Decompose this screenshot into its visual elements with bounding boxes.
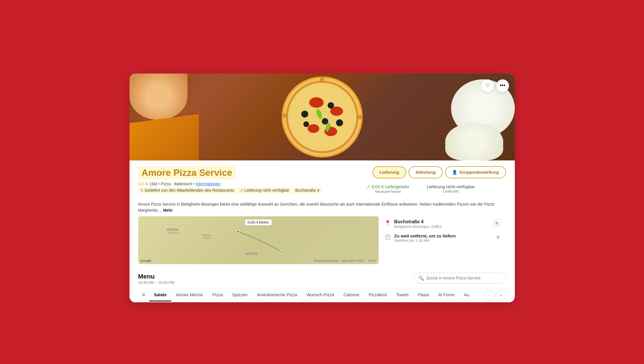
svg-point-11 bbox=[303, 121, 309, 127]
delivery-time-value: Lieferung nicht verfügbar bbox=[427, 184, 475, 189]
availability-icon: ↺ bbox=[240, 188, 243, 193]
heart-icon: ♡ bbox=[485, 83, 490, 89]
app-container: ♡ ••• Amore Pizza Service 4.0 ★ (34) • bbox=[6, 6, 638, 364]
burger-decoration bbox=[129, 74, 187, 120]
review-count: (34) bbox=[150, 182, 157, 186]
chevron-right-icon: → bbox=[499, 292, 503, 298]
main-content: Amore Pizza Service 4.0 ★ (34) • Pizza ·… bbox=[129, 160, 515, 213]
menu-title-block: Menu 10:30 AM – 10:00 PM bbox=[138, 273, 174, 285]
tab-amerikanische-pizza[interactable]: Amerikanische Pizza bbox=[252, 289, 302, 301]
delivery-time-label: Lieferzeit bbox=[427, 189, 475, 193]
tab-al-forno[interactable]: Al Forno bbox=[434, 289, 459, 301]
delivery-icon: ↻ bbox=[141, 188, 144, 193]
distance-note: Zu weit entfernt, um zu liefern bbox=[394, 233, 492, 238]
restaurant-name: Amore Pizza Service bbox=[138, 166, 236, 179]
address-content: Buchstraße 4 Bietigheim-Bissingen, EMEA bbox=[394, 219, 490, 229]
map-background: 6180.4 Meilen NORTH AMERICA Atlantic Oce… bbox=[138, 216, 379, 264]
tab-wunsch-pizza[interactable]: Wunsch-Pizza bbox=[302, 289, 339, 301]
availability-line: ↺ Lieferung nicht verfügbar bbox=[238, 187, 292, 193]
category-tabs: ≡ Salate Amore Menüs Pizza Spizzen Ameri… bbox=[138, 288, 506, 302]
description-text: Amore Pizza Service in Bietigheim-Bissin… bbox=[138, 202, 495, 213]
meta-rating-line: 4.0 ★ (34) • Pizza · Italienisch • Infor… bbox=[138, 182, 361, 186]
svg-point-9 bbox=[322, 118, 328, 125]
search-input[interactable] bbox=[426, 276, 501, 280]
menu-search-box[interactable]: 🔍 bbox=[413, 273, 506, 283]
separator: • bbox=[158, 182, 160, 186]
group-icon: 👤 bbox=[452, 170, 457, 175]
delivery-options-panel: Lieferung Abholung 👤 Gruppenbestellung ✓… bbox=[361, 166, 506, 198]
svg-point-15 bbox=[282, 113, 287, 118]
tab-list-icon[interactable]: ≡ bbox=[138, 288, 149, 301]
info-link[interactable]: Informationen bbox=[196, 182, 221, 186]
restaurant-description: Amore Pizza Service in Bietigheim-Bissin… bbox=[138, 201, 506, 213]
tab-spizzen[interactable]: Spizzen bbox=[227, 289, 252, 301]
delivery-note-text: Geliefert von den Mitarbeitenden des Res… bbox=[145, 188, 234, 193]
svg-point-10 bbox=[336, 119, 343, 126]
hero-actions: ♡ ••• bbox=[481, 79, 509, 92]
fries-decoration bbox=[129, 114, 199, 160]
tab-toasts[interactable]: Toasts bbox=[391, 289, 413, 301]
svg-point-4 bbox=[309, 97, 324, 108]
svg-point-6 bbox=[308, 124, 319, 133]
mehr-button[interactable]: Mehr bbox=[163, 208, 173, 213]
map-data-label: Keyboard shortcuts Map Data ©2024 bbox=[314, 259, 364, 262]
tab-navigation-buttons: ← → bbox=[484, 288, 506, 302]
expand-hours-button[interactable]: ∨ bbox=[496, 233, 500, 240]
cuisine-type: Pizza · Italienisch bbox=[161, 182, 192, 186]
tab-next-button[interactable]: → bbox=[496, 290, 506, 300]
menu-section: Menu 10:30 AM – 10:00 PM 🔍 ≡ Salate Amor… bbox=[129, 270, 515, 302]
star-icon: ★ bbox=[145, 182, 149, 186]
address-location-row: 📍 Buchstraße 4 Bietigheim-Bissingen, EME… bbox=[384, 219, 500, 229]
map-address-section: 6180.4 Meilen NORTH AMERICA Atlantic Oce… bbox=[129, 216, 515, 264]
lieferung-button[interactable]: Lieferung bbox=[373, 166, 406, 178]
location-pin-icon: 📍 bbox=[384, 220, 391, 226]
gruppenbestellung-button[interactable]: 👤 Gruppenbestellung bbox=[445, 166, 506, 178]
delivery-fee-item: ✓ 0,00 € Liefergebühr Neukund*innen bbox=[367, 184, 409, 194]
tab-calzone[interactable]: Calzone bbox=[339, 289, 364, 301]
menu-title: Menu bbox=[138, 273, 174, 280]
more-options-button[interactable]: ••• bbox=[496, 79, 509, 92]
rating-value: 4.0 bbox=[138, 182, 144, 186]
abholung-button[interactable]: Abholung bbox=[408, 166, 443, 178]
pizza-decoration bbox=[261, 74, 383, 160]
address-panel: 📍 Buchstraße 4 Bietigheim-Bissingen, EME… bbox=[379, 216, 506, 264]
address-hours-row: 🕐 Zu weit entfernt, um zu liefern Geöffn… bbox=[384, 233, 500, 243]
tab-au[interactable]: Au bbox=[459, 289, 474, 301]
copy-icon: ⧉ bbox=[495, 221, 498, 225]
svg-point-3 bbox=[288, 83, 356, 151]
clock-icon: 🕐 bbox=[384, 234, 391, 240]
restaurant-card: ♡ ••• Amore Pizza Service 4.0 ★ (34) • bbox=[129, 74, 515, 302]
chevron-left-icon: ← bbox=[487, 292, 492, 298]
menu-header: Menu 10:30 AM – 10:00 PM 🔍 bbox=[138, 273, 506, 285]
tab-pasta[interactable]: Pasta bbox=[413, 289, 433, 301]
svg-point-8 bbox=[301, 111, 308, 118]
map-container[interactable]: 6180.4 Meilen NORTH AMERICA Atlantic Oce… bbox=[138, 216, 379, 264]
opening-hours: Geöffnet bis 1:30 AM bbox=[394, 238, 492, 243]
copy-address-button[interactable]: ⧉ bbox=[493, 219, 500, 227]
restaurant-info: Amore Pizza Service 4.0 ★ (34) • Pizza ·… bbox=[138, 166, 361, 194]
hero-image: ♡ ••• bbox=[129, 74, 515, 160]
delivery-options-buttons: Lieferung Abholung 👤 Gruppenbestellung bbox=[373, 166, 506, 178]
address-inline-line: Buchstraße 4 bbox=[293, 187, 322, 193]
more-icon: ••• bbox=[500, 83, 505, 89]
delivery-fee-label: Neukund*innen bbox=[367, 189, 409, 194]
tab-amore-menus[interactable]: Amore Menüs bbox=[171, 289, 207, 301]
search-icon: 🔍 bbox=[418, 275, 424, 281]
svg-point-17 bbox=[320, 77, 324, 82]
tab-prev-button[interactable]: ← bbox=[484, 290, 495, 300]
availability-text: Lieferung nicht verfügbar bbox=[245, 188, 289, 193]
favorite-button[interactable]: ♡ bbox=[481, 79, 494, 92]
delivery-time-item: Lieferung nicht verfügbar Lieferzeit bbox=[427, 184, 475, 194]
menu-hours: 10:30 AM – 10:00 PM bbox=[138, 280, 174, 285]
delivery-info-bar: ✓ 0,00 € Liefergebühr Neukund*innen Lief… bbox=[361, 184, 506, 194]
address-city: Bietigheim-Bissingen, EMEA bbox=[394, 224, 490, 229]
svg-point-16 bbox=[357, 115, 362, 119]
svg-point-12 bbox=[328, 102, 334, 109]
tab-salate[interactable]: Salate bbox=[149, 289, 171, 301]
tab-pizza[interactable]: Pizza bbox=[208, 289, 228, 301]
separator2: • bbox=[193, 182, 195, 186]
info-row: Amore Pizza Service 4.0 ★ (34) • Pizza ·… bbox=[138, 166, 506, 198]
hours-content: Zu weit entfernt, um zu liefern Geöffnet… bbox=[394, 233, 492, 243]
tab-pizzabrot[interactable]: Pizzabrot bbox=[364, 289, 392, 301]
dish-bottom-right-decoration bbox=[445, 123, 503, 160]
